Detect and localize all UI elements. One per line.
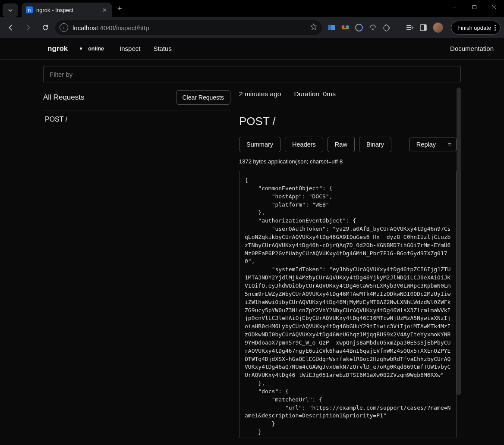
browser-toolbar: i localhost:4040/inspect/http Finish upd… [0, 17, 504, 38]
new-tab-button[interactable]: + [112, 4, 127, 13]
svg-rect-18 [448, 145, 451, 145]
site-info-icon[interactable]: i [60, 23, 68, 32]
scrollbar[interactable] [457, 88, 461, 445]
window-maximize-button[interactable] [464, 0, 484, 14]
request-path: / [66, 116, 67, 123]
ngrok-header: ngrok online Inspect Status Documentatio… [0, 38, 504, 60]
tab-search-dropdown[interactable] [3, 3, 18, 17]
request-method: POST [45, 116, 63, 123]
clear-requests-button[interactable]: Clear Requests [176, 90, 231, 105]
svg-rect-14 [406, 29, 411, 30]
svg-rect-17 [448, 144, 451, 144]
nav-status[interactable]: Status [153, 45, 172, 52]
profile-avatar[interactable] [433, 22, 443, 33]
caret-down-icon [447, 142, 452, 147]
svg-rect-13 [406, 27, 411, 28]
request-list-item[interactable]: POST / [43, 110, 230, 128]
svg-point-6 [341, 25, 344, 28]
tab-summary[interactable]: Summary [239, 137, 280, 152]
forward-button[interactable] [21, 20, 35, 35]
svg-rect-1 [472, 5, 476, 9]
svg-rect-12 [406, 25, 411, 26]
status-text: online [88, 46, 104, 52]
request-body-json[interactable]: { "commonEventObject": { "hostApp": "DOC… [239, 171, 457, 438]
response-meta: 1372 bytes application/json; charset=utf… [239, 158, 457, 165]
status-dot-icon [80, 47, 82, 50]
back-button[interactable] [3, 20, 18, 35]
finish-update-label: Finish update [457, 25, 491, 31]
close-tab-icon[interactable]: ✕ [101, 6, 108, 14]
svg-rect-8 [342, 28, 349, 29]
ngrok-favicon: n [26, 6, 33, 13]
filter-input[interactable] [43, 66, 461, 82]
replay-dropdown-button[interactable] [443, 138, 457, 151]
extension-icon-2[interactable] [341, 23, 350, 32]
nav-inspect[interactable]: Inspect [120, 45, 140, 52]
tab-binary[interactable]: Binary [359, 137, 391, 152]
duration-value: 0ms [323, 90, 336, 97]
duration-label: Duration [294, 90, 319, 97]
window-close-button[interactable] [484, 0, 504, 14]
tab-raw[interactable]: Raw [328, 137, 355, 152]
menu-dots-icon [495, 25, 496, 31]
request-age: 2 minutes ago [239, 90, 281, 98]
svg-point-11 [372, 28, 374, 30]
replay-button[interactable]: Replay [409, 138, 443, 151]
finish-update-button[interactable]: Finish update [451, 21, 501, 34]
browser-tab[interactable]: n ngrok - Inspect ✕ [22, 3, 112, 17]
all-requests-title: All Requests [43, 93, 84, 102]
url-text: localhost:4040/inspect/http [72, 24, 149, 31]
address-bar[interactable]: i localhost:4040/inspect/http [55, 20, 322, 35]
extension-icon-4[interactable] [369, 23, 377, 32]
tab-title: ngrok - Inspect [36, 7, 98, 13]
side-panel-icon[interactable] [419, 23, 428, 32]
extensions-puzzle-icon[interactable] [382, 23, 391, 32]
request-detail-title: POST / [239, 115, 457, 128]
window-minimize-button[interactable] [444, 0, 464, 14]
svg-rect-16 [424, 25, 426, 31]
ngrok-logo[interactable]: ngrok [47, 44, 68, 53]
reload-button[interactable] [38, 20, 53, 35]
svg-rect-5 [328, 25, 331, 30]
svg-point-10 [356, 24, 362, 31]
extension-icon-3[interactable] [355, 23, 363, 32]
svg-point-7 [346, 25, 349, 28]
tab-headers[interactable]: Headers [285, 137, 323, 152]
bookmark-star-icon[interactable] [310, 23, 318, 32]
browser-titlebar: n ngrok - Inspect ✕ + [0, 0, 504, 17]
extension-icons [324, 22, 446, 33]
nav-documentation[interactable]: Documentation [450, 45, 494, 52]
extension-icon-1[interactable] [327, 23, 336, 32]
reading-list-icon[interactable] [405, 23, 414, 32]
